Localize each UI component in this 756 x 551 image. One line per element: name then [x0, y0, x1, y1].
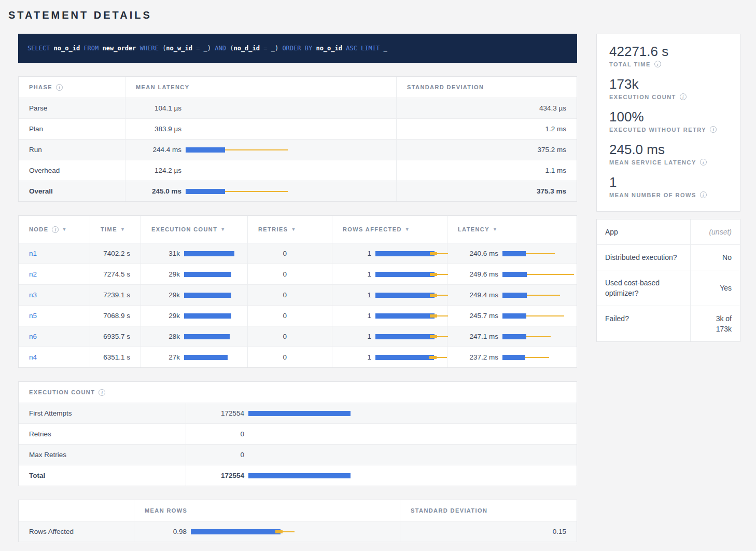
execution-count-column-header[interactable]: EXECUTION COUNT — [141, 216, 247, 243]
latency-column-header[interactable]: LATENCY — [447, 216, 577, 243]
mean-latency-bar — [186, 146, 386, 154]
node-link[interactable]: n5 — [29, 312, 37, 320]
time-cell: 6351.1 s — [90, 347, 141, 367]
mean-latency-cell: 244.4 ms — [125, 140, 396, 160]
node-cell: n2 — [19, 264, 90, 284]
stat-execution-count: 173k EXECUTION COUNT — [609, 76, 727, 100]
rows-affected-cell: 1 — [332, 243, 447, 264]
standard-deviation-cell: 0.15 — [400, 521, 577, 542]
table-row: n6 6935.7 s 28k 0 1 247.1 ms — [19, 326, 577, 347]
mean-latency-cell: 383.9 µs — [125, 119, 396, 139]
node-link[interactable]: n2 — [29, 270, 37, 278]
sort-icon — [220, 227, 225, 232]
stat-executed-without-retry: 100% EXECUTED WITHOUT RETRY — [609, 109, 727, 133]
rows-affected-table: MEAN ROWS STANDARD DEVIATION Rows Affect… — [18, 500, 577, 542]
rows-affected-column-header[interactable]: ROWS AFFECTED — [332, 216, 447, 243]
mean-latency-cell: 245.0 ms — [125, 181, 396, 201]
node-link[interactable]: n1 — [29, 250, 37, 257]
latency-cell: 245.7 ms — [447, 306, 577, 326]
main-column: SELECT no_o_id FROM new_order WHERE (no_… — [18, 34, 577, 542]
mean-latency-bar — [186, 105, 386, 112]
retries-cell: 0 — [247, 326, 332, 347]
info-icon[interactable] — [52, 226, 59, 233]
time-column-header[interactable]: TIME — [90, 216, 141, 243]
info-icon[interactable] — [700, 159, 707, 166]
value-cell: 172554 — [186, 465, 577, 486]
table-row: Overhead 124.2 µs 1.1 ms — [19, 160, 577, 181]
phase-cell: Overall — [19, 181, 125, 201]
execution-count-bar — [184, 333, 237, 340]
execution-count-bar — [248, 451, 566, 459]
rows-affected-cell: 1 — [332, 326, 447, 347]
rows-affected-bar — [375, 333, 437, 340]
info-icon[interactable] — [99, 389, 105, 396]
retries-cell: 0 — [247, 306, 332, 326]
rows-affected-bar — [375, 354, 437, 361]
node-link[interactable]: n4 — [29, 353, 37, 361]
info-icon[interactable] — [700, 191, 707, 198]
execution-count-table-header: EXECUTION COUNT — [19, 382, 577, 403]
detail-label: Failed? — [597, 306, 690, 341]
execution-count-bar — [184, 271, 237, 278]
table-row: Rows Affected 0.98 0.15 — [19, 521, 577, 542]
retries-cell: 0 — [247, 285, 332, 305]
latency-cell: 249.4 ms — [447, 285, 577, 305]
table-row: n5 7068.9 s 29k 0 1 245.7 ms — [19, 305, 577, 326]
rows-affected-cell: 1 — [332, 285, 447, 305]
node-table: NODE TIME EXECUTION COUNT RETRIES — [18, 215, 577, 368]
empty-header-cell — [19, 500, 134, 521]
phase-cell: Parse — [19, 98, 125, 118]
execution-count-cell: 29k — [141, 306, 247, 326]
statement-details-page: STATEMENT DETAILS SELECT no_o_id FROM ne… — [0, 0, 756, 551]
stat-value: 42271.6 s — [609, 44, 727, 59]
stat-label: EXECUTED WITHOUT RETRY — [609, 126, 727, 133]
latency-bar — [502, 292, 566, 299]
label-cell: Retries — [19, 424, 186, 444]
info-icon[interactable] — [710, 126, 717, 133]
summary-card: 42271.6 s TOTAL TIME 173k EXECUTION COUN… — [596, 34, 740, 212]
standard-deviation-cell: 434.3 µs — [396, 98, 577, 118]
label-cell: Total — [19, 465, 186, 486]
phase-cell: Run — [19, 140, 125, 160]
retries-column-header[interactable]: RETRIES — [247, 216, 332, 243]
sort-icon — [493, 227, 497, 232]
execution-count-cell: 28k — [141, 326, 247, 347]
latency-bar — [502, 333, 566, 340]
table-row: n4 6351.1 s 27k 0 1 237.2 ms — [19, 347, 577, 367]
details-card: App (unset) Distributed execution? No Us… — [596, 219, 740, 342]
time-cell: 7402.2 s — [90, 243, 141, 264]
info-icon[interactable] — [680, 93, 687, 100]
latency-bar — [502, 354, 566, 361]
execution-count-bar — [184, 292, 237, 299]
info-icon[interactable] — [654, 61, 661, 67]
node-link[interactable]: n6 — [29, 333, 37, 340]
detail-value: 3k of 173k — [690, 306, 740, 341]
rows-affected-cell: 1 — [332, 306, 447, 326]
detail-row-failed: Failed? 3k of 173k — [597, 306, 740, 341]
mean-latency-cell: 124.2 µs — [125, 160, 396, 181]
node-link[interactable]: n3 — [29, 291, 37, 299]
latency-cell: 249.6 ms — [447, 264, 577, 284]
stat-label: MEAN SERVICE LATENCY — [609, 159, 727, 166]
info-icon[interactable] — [56, 84, 63, 91]
node-cell: n3 — [19, 285, 90, 305]
stat-label: TOTAL TIME — [609, 61, 727, 67]
execution-count-table: EXECUTION COUNT First Attempts 172554 Re… — [18, 381, 577, 486]
retries-cell: 0 — [247, 347, 332, 367]
label-cell: First Attempts — [19, 403, 186, 423]
table-row: Retries 0 — [19, 423, 577, 444]
table-row: Plan 383.9 µs 1.2 ms — [19, 118, 577, 139]
table-row: n2 7274.5 s 29k 0 1 249.6 ms — [19, 264, 577, 284]
detail-value: Yes — [690, 270, 740, 306]
standard-deviation-column-header: STANDARD DEVIATION — [396, 77, 577, 98]
latency-bar — [502, 271, 566, 278]
stat-total-time: 42271.6 s TOTAL TIME — [609, 44, 727, 67]
node-column-header[interactable]: NODE — [19, 216, 90, 243]
latency-cell: 240.6 ms — [447, 243, 577, 264]
time-cell: 6935.7 s — [90, 326, 141, 347]
standard-deviation-cell: 375.3 ms — [396, 181, 577, 201]
stat-value: 100% — [609, 109, 727, 125]
rows-affected-bar — [375, 292, 437, 299]
label-cell: Max Retries — [19, 445, 186, 465]
rows-affected-bar — [375, 312, 437, 320]
